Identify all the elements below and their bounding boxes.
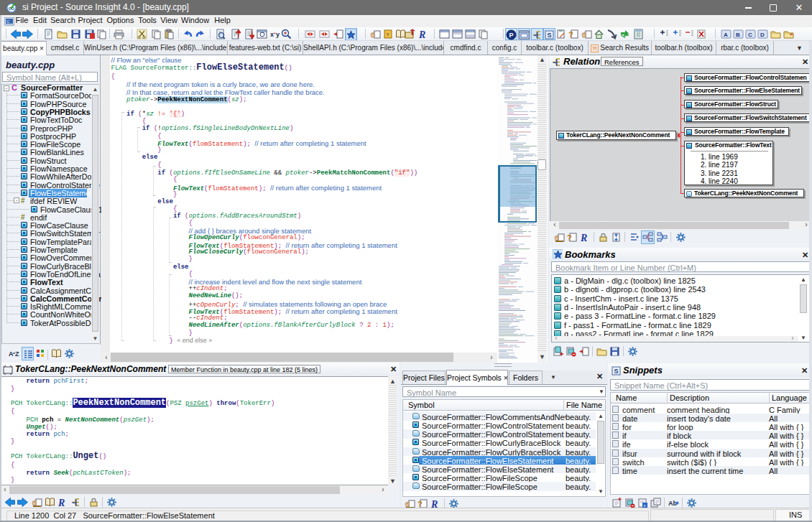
svg-text:P: P [509,32,514,39]
svg-text:S: S [614,368,619,375]
svg-text:R: R [418,29,425,39]
svg-text:?: ? [568,30,573,39]
svg-text:R: R [57,498,65,508]
svg-text:Z: Z [15,350,19,358]
svg-text:?: ? [567,233,572,242]
svg-text:A: A [9,350,14,358]
svg-text:R: R [580,233,587,243]
svg-text:?: ? [386,32,389,38]
svg-text:D: D [760,32,765,38]
svg-text:B: B [736,32,740,38]
svg-text:A: A [724,32,728,38]
svg-text:S: S [548,32,552,39]
svg-text:y: y [276,31,280,38]
svg-text:C: C [748,32,752,38]
svg-text:C: C [6,19,10,24]
